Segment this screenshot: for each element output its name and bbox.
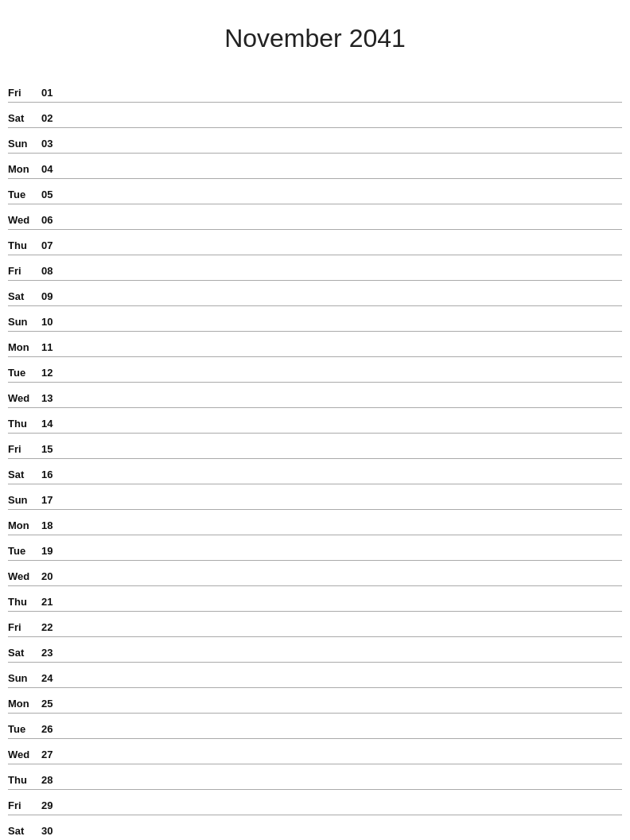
day-line [64,252,622,253]
table-row: Sun17 [8,484,622,510]
day-number: 14 [41,418,64,431]
table-row: Thu28 [8,764,622,790]
day-name: Sun [8,672,41,686]
day-name: Tue [8,723,41,737]
day-name: Wed [8,570,41,584]
table-row: Sun10 [8,306,622,332]
day-number: 29 [41,799,64,813]
table-row: Sun24 [8,663,622,688]
table-row: Mon25 [8,688,622,714]
day-number: 24 [41,672,64,686]
day-line [64,176,622,177]
day-line [64,609,622,609]
day-name: Fri [8,621,41,635]
day-line [64,634,622,635]
day-line [64,379,622,380]
table-row: Mon18 [8,510,622,535]
day-number: 11 [41,341,64,355]
day-number: 02 [41,112,64,126]
day-line [64,430,622,431]
day-name: Fri [8,443,41,457]
page-title: November 2041 [8,16,622,61]
day-name: Mon [8,519,41,533]
table-row: Fri08 [8,255,622,281]
table-row: Tue05 [8,179,622,204]
day-name: Sat [8,469,41,482]
day-name: Sat [8,290,41,304]
day-name: Thu [8,774,41,788]
day-name: Mon [8,163,41,177]
day-line [64,329,622,329]
day-line [64,812,622,813]
day-line [64,125,622,126]
day-name: Sat [8,647,41,660]
table-row: Mon04 [8,154,622,179]
day-line [64,507,622,508]
day-line [64,150,622,151]
day-name: Wed [8,749,41,762]
day-line [64,787,622,788]
day-name: Wed [8,214,41,228]
day-name: Sat [8,112,41,126]
table-row: Thu21 [8,586,622,612]
day-number: 13 [41,392,64,406]
day-number: 05 [41,189,64,202]
day-line [64,481,622,482]
day-number: 27 [41,749,64,762]
day-name: Mon [8,341,41,355]
day-name: Tue [8,367,41,380]
table-row: Thu14 [8,408,622,434]
table-row: Wed20 [8,561,622,586]
day-name: Tue [8,189,41,202]
table-row: Wed27 [8,739,622,764]
day-line [64,710,622,711]
day-number: 06 [41,214,64,228]
day-number: 21 [41,596,64,609]
table-row: Sun03 [8,128,622,154]
calendar-grid: Fri01Sat02Sun03Mon04Tue05Wed06Thu07Fri08… [8,77,622,840]
table-row: Sat30 [8,815,622,840]
table-row: Fri29 [8,790,622,815]
day-name: Mon [8,698,41,711]
day-line [64,761,622,762]
table-row: Tue19 [8,535,622,561]
table-row: Sat23 [8,637,622,663]
day-number: 03 [41,138,64,151]
day-line [64,736,622,737]
table-row: Fri01 [8,77,622,103]
day-line [64,558,622,558]
day-line [64,532,622,533]
day-name: Thu [8,596,41,609]
day-number: 23 [41,647,64,660]
day-number: 28 [41,774,64,788]
day-number: 30 [41,825,64,838]
day-number: 07 [41,239,64,253]
table-row: Thu07 [8,230,622,255]
day-line [64,354,622,355]
day-line [64,405,622,406]
table-row: Wed13 [8,383,622,408]
day-number: 17 [41,494,64,508]
day-line [64,99,622,100]
day-line [64,583,622,584]
day-number: 04 [41,163,64,177]
day-number: 16 [41,469,64,482]
day-number: 18 [41,519,64,533]
day-line [64,685,622,686]
table-row: Fri15 [8,434,622,459]
day-number: 12 [41,367,64,380]
table-row: Mon11 [8,332,622,357]
day-number: 09 [41,290,64,304]
day-name: Fri [8,265,41,278]
day-number: 10 [41,316,64,329]
table-row: Sat09 [8,281,622,306]
day-number: 08 [41,265,64,278]
day-line [64,456,622,457]
day-line [64,303,622,304]
table-row: Wed06 [8,204,622,230]
day-name: Tue [8,545,41,558]
day-name: Sat [8,825,41,838]
day-name: Thu [8,418,41,431]
day-number: 22 [41,621,64,635]
day-number: 01 [41,87,64,100]
